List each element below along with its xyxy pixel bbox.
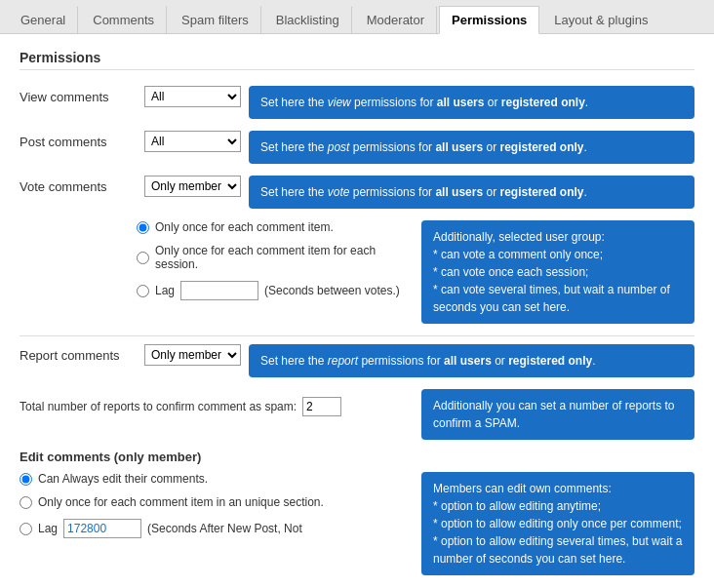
post-comments-row: Post comments All Only member Set here t…	[20, 131, 694, 164]
main-content: Permissions View comments All Only membe…	[0, 34, 714, 588]
tab-blacklisting[interactable]: Blacklisting	[263, 6, 352, 33]
tab-layout-plugins[interactable]: Layout & plugins	[541, 6, 659, 33]
report-comments-label: Report comments	[20, 344, 137, 363]
report-additional-info: Additionally you can set a number of rep…	[421, 389, 694, 440]
section-title: Permissions	[20, 50, 694, 70]
view-comments-select[interactable]: All Only member	[144, 86, 241, 107]
vote-lag-label: Lag	[155, 284, 175, 297]
edit-option2-radio[interactable]	[20, 496, 32, 509]
report-comments-section: Report comments Only member All Set here…	[20, 344, 694, 440]
nav-tabs: General Comments Spam filters Blacklisti…	[0, 0, 714, 34]
vote-option1-row: Only once for each comment item.	[137, 220, 412, 234]
tab-general[interactable]: General	[8, 6, 78, 33]
edit-option3-radio[interactable]	[20, 523, 32, 535]
vote-options: Only once for each comment item. Only on…	[137, 220, 694, 324]
edit-lag-label: Lag	[38, 522, 58, 535]
vote-comments-label: Vote comments	[20, 176, 137, 194]
vote-option3-row: Lag (Seconds between votes.)	[137, 281, 412, 300]
vote-comments-select[interactable]: Only member All	[144, 176, 241, 197]
vote-comments-info: Set here the vote permissions for all us…	[249, 176, 694, 209]
divider1	[20, 335, 694, 336]
vote-additional-info: Additionally, selected user group: * can…	[421, 220, 694, 324]
view-comments-label: View comments	[20, 86, 137, 104]
report-comments-info: Set here the report permissions for all …	[249, 344, 694, 377]
vote-option1-radio[interactable]	[137, 221, 149, 234]
tab-comments[interactable]: Comments	[80, 6, 167, 33]
vote-option1-label: Only once for each comment item.	[155, 220, 334, 234]
edit-additional-info: Members can edit own comments: * option …	[421, 472, 694, 575]
edit-option3-row: Lag (Seconds After New Post, Not	[20, 519, 412, 538]
vote-option2-label: Only once for each comment item for each…	[155, 244, 412, 271]
spam-confirm-label: Total number of reports to confirm comme…	[20, 400, 297, 413]
edit-comments-title: Edit comments (only member)	[20, 450, 694, 464]
tab-moderator[interactable]: Moderator	[354, 6, 437, 33]
vote-lag-suffix: (Seconds between votes.)	[264, 284, 400, 297]
edit-option1-label: Can Always edit their comments.	[38, 472, 208, 486]
vote-option2-row: Only once for each comment item for each…	[137, 244, 412, 271]
view-comments-info: Set here the view permissions for all us…	[249, 86, 694, 119]
spam-confirm-input[interactable]	[302, 397, 341, 416]
edit-lag-suffix: (Seconds After New Post, Not	[147, 522, 302, 535]
vote-comments-row: Vote comments Only member All Set here t…	[20, 176, 694, 209]
vote-option3-radio[interactable]	[137, 285, 149, 297]
edit-options-left: Can Always edit their comments. Only onc…	[20, 472, 412, 548]
report-spam-row: Total number of reports to confirm comme…	[20, 389, 694, 440]
edit-options: Can Always edit their comments. Only onc…	[20, 472, 694, 575]
spam-confirm-row: Total number of reports to confirm comme…	[20, 397, 414, 416]
edit-lag-input[interactable]	[63, 519, 141, 538]
report-comments-select[interactable]: Only member All	[144, 344, 241, 366]
tab-spam-filters[interactable]: Spam filters	[169, 6, 261, 33]
tab-permissions[interactable]: Permissions	[439, 6, 539, 34]
vote-options-section: Only once for each comment item. Only on…	[137, 220, 694, 324]
edit-option1-radio[interactable]	[20, 473, 32, 486]
vote-option2-radio[interactable]	[137, 252, 149, 264]
report-spam-left: Total number of reports to confirm comme…	[20, 389, 414, 424]
view-comments-row: View comments All Only member Set here t…	[20, 86, 694, 119]
edit-option1-row: Can Always edit their comments.	[20, 472, 412, 486]
vote-options-left: Only once for each comment item. Only on…	[137, 220, 412, 310]
report-comments-row: Report comments Only member All Set here…	[20, 344, 694, 377]
edit-option2-label: Only once for each comment item in an un…	[38, 495, 324, 509]
post-comments-select[interactable]: All Only member	[144, 131, 241, 152]
post-comments-info: Set here the post permissions for all us…	[249, 131, 694, 164]
edit-option2-row: Only once for each comment item in an un…	[20, 495, 412, 509]
vote-lag-input[interactable]	[180, 281, 258, 300]
post-comments-label: Post comments	[20, 131, 137, 149]
